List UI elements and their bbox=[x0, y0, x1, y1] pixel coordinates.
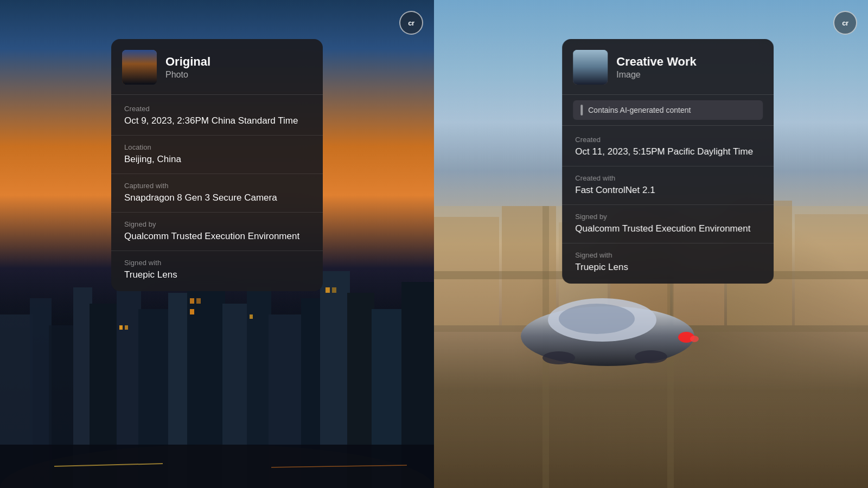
ai-badge-text: Contains AI-generated content bbox=[588, 106, 691, 114]
right-info-label-0: Created bbox=[575, 136, 761, 144]
right-info-value-0: Oct 11, 2023, 5:15PM Pacific Daylight Ti… bbox=[575, 146, 761, 158]
svg-point-53 bbox=[690, 336, 699, 342]
right-info-value-3: Truepic Lens bbox=[575, 261, 761, 274]
svg-point-54 bbox=[542, 351, 575, 364]
left-info-label-3: Signed by bbox=[124, 220, 310, 228]
svg-rect-35 bbox=[137, 65, 138, 67]
right-info-row-1: Created with Fast ControlNet 2.1 bbox=[562, 166, 774, 205]
svg-rect-63 bbox=[595, 74, 602, 85]
cr-badge-label-right: cr bbox=[842, 19, 848, 27]
left-info-value-3: Qualcomm Trusted Execution Environment bbox=[124, 230, 310, 243]
right-info-value-1: Fast ControlNet 2.1 bbox=[575, 184, 761, 197]
svg-rect-24 bbox=[332, 287, 336, 293]
left-card-subtitle: Photo bbox=[165, 70, 210, 80]
left-panel: cr bbox=[0, 0, 434, 488]
svg-rect-21 bbox=[190, 309, 194, 314]
svg-rect-61 bbox=[576, 74, 581, 85]
right-info-label-1: Created with bbox=[575, 174, 761, 182]
svg-rect-30 bbox=[125, 66, 131, 85]
svg-rect-29 bbox=[122, 50, 157, 85]
svg-rect-31 bbox=[133, 62, 138, 85]
left-card-header: Original Photo bbox=[111, 39, 323, 95]
right-card-title-block: Creative Work Image bbox=[616, 55, 697, 80]
svg-rect-17 bbox=[119, 325, 123, 330]
right-thumbnail bbox=[573, 50, 608, 85]
right-card-title: Creative Work bbox=[616, 55, 697, 69]
right-panel: cr bbox=[434, 0, 868, 488]
svg-rect-33 bbox=[148, 65, 157, 85]
cr-badge-label-left: cr bbox=[408, 19, 414, 27]
right-card-body: Created Oct 11, 2023, 5:15PM Pacific Day… bbox=[562, 126, 774, 284]
right-info-row-0: Created Oct 11, 2023, 5:15PM Pacific Day… bbox=[562, 128, 774, 166]
right-info-card: Creative Work Image Contains AI-generate… bbox=[562, 39, 774, 284]
right-info-row-3: Signed with Truepic Lens bbox=[562, 243, 774, 281]
left-info-label-4: Signed with bbox=[124, 259, 310, 267]
right-info-label-3: Signed with bbox=[575, 251, 761, 259]
right-thumb-image bbox=[573, 50, 608, 85]
left-card-title-block: Original Photo bbox=[165, 55, 210, 80]
left-thumb-image bbox=[122, 50, 157, 85]
right-card-header: Creative Work Image bbox=[562, 39, 774, 95]
right-info-label-2: Signed by bbox=[575, 213, 761, 221]
svg-rect-19 bbox=[190, 298, 194, 304]
svg-point-51 bbox=[559, 304, 635, 334]
svg-rect-60 bbox=[573, 77, 608, 85]
left-info-label-1: Location bbox=[124, 143, 310, 151]
left-info-row-3: Signed by Qualcomm Trusted Execution Env… bbox=[111, 213, 323, 251]
cr-badge-left: cr bbox=[399, 11, 423, 35]
left-thumbnail bbox=[122, 50, 157, 85]
svg-point-57 bbox=[579, 68, 601, 75]
left-info-value-4: Truepic Lens bbox=[124, 269, 310, 281]
svg-point-58 bbox=[583, 67, 596, 72]
right-card-subtitle: Image bbox=[616, 70, 697, 80]
left-info-row-0: Created Oct 9, 2023, 2:36PM China Standa… bbox=[111, 97, 323, 136]
left-info-row-4: Signed with Truepic Lens bbox=[111, 251, 323, 289]
left-info-row-2: Captured with Snapdragon 8 Gen 3 Secure … bbox=[111, 174, 323, 213]
svg-rect-56 bbox=[573, 50, 608, 85]
left-info-row-1: Location Beijing, China bbox=[111, 136, 323, 174]
svg-rect-23 bbox=[326, 287, 330, 293]
svg-point-59 bbox=[599, 70, 603, 74]
svg-rect-34 bbox=[134, 65, 136, 67]
svg-rect-20 bbox=[196, 298, 201, 304]
ai-badge-row: Contains AI-generated content bbox=[562, 95, 774, 126]
cr-badge-right: cr bbox=[833, 11, 857, 35]
svg-rect-32 bbox=[139, 69, 147, 85]
svg-rect-22 bbox=[250, 314, 253, 319]
left-info-value-2: Snapdragon 8 Gen 3 Secure Camera bbox=[124, 192, 310, 204]
left-info-value-0: Oct 9, 2023, 2:36PM China Standard Time bbox=[124, 115, 310, 127]
right-info-value-2: Qualcomm Trusted Execution Environment bbox=[575, 223, 761, 235]
svg-rect-44 bbox=[795, 214, 868, 325]
left-card-title: Original bbox=[165, 55, 210, 69]
svg-point-55 bbox=[635, 350, 667, 363]
left-info-value-1: Beijing, China bbox=[124, 153, 310, 166]
left-card-body: Created Oct 9, 2023, 2:36PM China Standa… bbox=[111, 95, 323, 291]
ai-badge-inner: Contains AI-generated content bbox=[573, 100, 763, 120]
left-info-card: Original Photo Created Oct 9, 2023, 2:36… bbox=[111, 39, 323, 291]
left-info-label-2: Captured with bbox=[124, 182, 310, 190]
svg-rect-62 bbox=[584, 76, 590, 85]
svg-rect-18 bbox=[125, 325, 128, 330]
ai-badge-bar bbox=[580, 105, 583, 115]
right-info-row-2: Signed by Qualcomm Trusted Execution Env… bbox=[562, 205, 774, 243]
left-info-label-0: Created bbox=[124, 105, 310, 113]
